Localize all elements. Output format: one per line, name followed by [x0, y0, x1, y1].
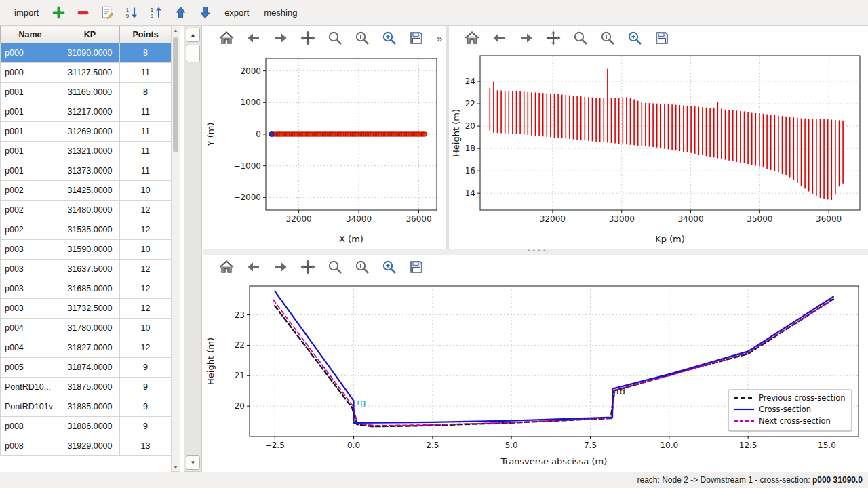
cell-name[interactable]: p004 — [1, 338, 60, 358]
cell-points[interactable]: 11 — [120, 142, 172, 161]
cell-kp[interactable]: 31269.0000 — [60, 122, 120, 142]
cell-points[interactable]: 11 — [120, 63, 172, 83]
cell-kp[interactable]: 31885.0000 — [60, 397, 120, 417]
table-row[interactable]: PontRD101v31885.00009 — [1, 397, 172, 417]
cell-points[interactable]: 11 — [120, 161, 172, 181]
table-row[interactable]: p00331637.500012 — [1, 260, 172, 279]
cell-name[interactable]: p001 — [1, 142, 60, 161]
back-button[interactable] — [244, 28, 263, 47]
table-row[interactable]: p00231425.000010 — [1, 181, 172, 201]
cell-name[interactable]: PontRD10... — [1, 378, 60, 397]
cell-kp[interactable]: 31685.0000 — [60, 279, 120, 299]
table-row[interactable]: p00531874.00009 — [1, 358, 172, 378]
plan-view-chart[interactable]: 320003400036000200010000−1000−2000X (m)Y… — [203, 50, 446, 249]
cell-kp[interactable]: 31425.0000 — [60, 181, 120, 201]
cell-kp[interactable]: 31732.5000 — [60, 299, 120, 319]
table-row[interactable]: p00031127.500011 — [1, 63, 172, 83]
move-up-button[interactable] — [171, 3, 190, 22]
cell-name[interactable]: p002 — [1, 201, 60, 220]
cell-name[interactable]: p008 — [1, 417, 60, 436]
longitudinal-profile-chart[interactable]: 3200033000340003500036000141618202224Kp … — [449, 50, 868, 249]
cell-points[interactable]: 8 — [120, 83, 172, 102]
pan-button[interactable] — [544, 28, 563, 47]
axes-options-button[interactable] — [353, 28, 372, 47]
table-row[interactable]: p00431827.000012 — [1, 338, 172, 358]
cell-kp[interactable]: 31480.0000 — [60, 201, 120, 220]
cell-points[interactable]: 10 — [120, 240, 172, 260]
scrollbar-thumb[interactable] — [186, 45, 200, 62]
cell-points[interactable]: 12 — [120, 279, 172, 299]
meshing-button[interactable]: meshing — [259, 5, 302, 20]
cell-points[interactable]: 12 — [120, 260, 172, 279]
cell-name[interactable]: p000 — [1, 63, 60, 83]
cell-name[interactable]: p002 — [1, 220, 60, 240]
scrollbar-up-button[interactable]: ▲ — [186, 28, 200, 42]
add-cross-section-button[interactable] — [49, 3, 68, 22]
cell-points[interactable]: 10 — [120, 319, 172, 338]
home-button[interactable] — [217, 28, 236, 47]
cell-name[interactable]: p000 — [1, 43, 60, 63]
cell-kp[interactable]: 31535.0000 — [60, 220, 120, 240]
zoom-rect-button[interactable] — [625, 28, 644, 47]
cell-points[interactable]: 10 — [120, 181, 172, 201]
pan-button[interactable] — [298, 28, 317, 47]
save-figure-button[interactable] — [407, 258, 426, 277]
cell-kp[interactable]: 31637.5000 — [60, 260, 120, 279]
zoom-rect-button[interactable] — [380, 258, 399, 277]
cell-name[interactable]: p001 — [1, 102, 60, 122]
forward-button[interactable] — [271, 28, 290, 47]
table-row[interactable]: p00231480.000012 — [1, 201, 172, 220]
table-row[interactable]: p00831886.00009 — [1, 417, 172, 436]
table-row[interactable]: p00131373.000011 — [1, 161, 172, 181]
table-row[interactable]: PontRD10...31875.00009 — [1, 378, 172, 397]
table-row[interactable]: p00131269.000011 — [1, 122, 172, 142]
cell-kp[interactable]: 31590.0000 — [60, 240, 120, 260]
scroll-down-icon[interactable]: ▼ — [172, 465, 180, 470]
cell-name[interactable]: p003 — [1, 260, 60, 279]
table-row[interactable]: p00831929.000013 — [1, 436, 172, 456]
zoom-rect-button[interactable] — [380, 28, 399, 47]
forward-button[interactable] — [271, 258, 290, 277]
cell-points[interactable]: 9 — [120, 378, 172, 397]
edit-cross-section-button[interactable] — [98, 3, 117, 22]
axes-options-button[interactable] — [598, 28, 617, 47]
cell-points[interactable]: 11 — [120, 122, 172, 142]
cell-points[interactable]: 9 — [120, 397, 172, 417]
cell-name[interactable]: p003 — [1, 279, 60, 299]
remove-cross-section-button[interactable] — [73, 3, 92, 22]
cell-points[interactable]: 12 — [120, 220, 172, 240]
zoom-button[interactable] — [326, 258, 344, 277]
column-header-name[interactable]: Name — [1, 26, 60, 43]
zoom-button[interactable] — [326, 28, 344, 47]
table-row[interactable]: p00331590.000010 — [1, 240, 172, 260]
back-button[interactable] — [490, 28, 509, 47]
cell-points[interactable]: 13 — [120, 436, 172, 456]
table-row[interactable]: p00131217.000011 — [1, 102, 172, 122]
toolbar-overflow-icon[interactable]: » — [437, 33, 442, 44]
inner-scrollbar[interactable]: ▲ ▼ — [171, 26, 180, 472]
cell-kp[interactable]: 31127.5000 — [60, 63, 120, 83]
sort-descending-button[interactable]: 19 — [122, 3, 141, 22]
cell-name[interactable]: p005 — [1, 358, 60, 378]
inner-scrollbar-thumb[interactable] — [173, 37, 178, 152]
column-header-kp[interactable]: KP — [60, 26, 120, 43]
horizontal-splitter[interactable] — [203, 249, 868, 255]
save-figure-button[interactable] — [407, 28, 426, 47]
cell-kp[interactable]: 31874.0000 — [60, 358, 120, 378]
table-row[interactable]: p00331685.000012 — [1, 279, 172, 299]
zoom-button[interactable] — [571, 28, 590, 47]
home-button[interactable] — [217, 258, 236, 277]
home-button[interactable] — [462, 28, 481, 47]
cell-points[interactable]: 12 — [120, 299, 172, 319]
cell-points[interactable]: 12 — [120, 201, 172, 220]
cell-kp[interactable]: 31217.0000 — [60, 102, 120, 122]
axes-options-button[interactable] — [353, 258, 372, 277]
table-row[interactable]: p00131165.00008 — [1, 83, 172, 102]
cell-name[interactable]: p003 — [1, 299, 60, 319]
table-row[interactable]: p00131321.000011 — [1, 142, 172, 161]
cell-kp[interactable]: 31090.0000 — [60, 43, 120, 63]
cell-name[interactable]: p001 — [1, 161, 60, 181]
scroll-up-icon[interactable]: ▲ — [172, 28, 180, 33]
cell-name[interactable]: p001 — [1, 122, 60, 142]
cell-name[interactable]: PontRD101v — [1, 397, 60, 417]
